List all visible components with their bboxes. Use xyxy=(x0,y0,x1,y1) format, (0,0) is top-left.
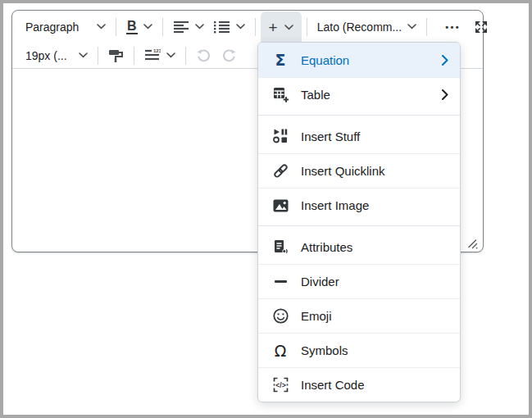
ellipsis-icon: ••• xyxy=(442,22,464,32)
chevron-right-icon xyxy=(442,55,448,66)
numbered-list-icon: 123 xyxy=(144,48,161,62)
insert-menu-button[interactable]: + xyxy=(261,11,302,43)
menu-item-equation[interactable]: Σ Equation xyxy=(258,43,460,77)
redo-button[interactable] xyxy=(216,43,242,68)
menu-item-insert-quicklink[interactable]: Insert Quicklink xyxy=(258,153,460,188)
plus-icon: + xyxy=(269,20,278,35)
menu-item-insert-image[interactable]: Insert Image xyxy=(258,188,460,222)
toolbar-row-1: Paragraph B xyxy=(12,11,483,43)
menu-item-label: Insert Image xyxy=(301,198,448,212)
sigma-icon: Σ xyxy=(271,51,289,69)
quicklink-icon xyxy=(271,163,289,179)
divider-icon xyxy=(271,280,289,283)
toolbar-divider xyxy=(426,18,427,36)
toolbar-divider xyxy=(185,47,186,65)
emoji-icon xyxy=(271,308,289,324)
bold-icon: B xyxy=(126,20,138,34)
menu-item-insert-stuff[interactable]: Insert Stuff xyxy=(258,119,460,153)
toolbar-divider xyxy=(307,18,307,36)
paint-roller-icon xyxy=(108,48,124,63)
omega-icon: Ω xyxy=(271,342,289,360)
font-size-dropdown[interactable]: 19px (... xyxy=(20,43,93,68)
fullscreen-button[interactable] xyxy=(469,15,493,39)
font-family-label: Lato (Recomm... xyxy=(317,20,402,34)
toolbar-overflow-button[interactable]: ••• xyxy=(437,15,469,39)
fullscreen-icon xyxy=(474,20,489,34)
menu-item-attributes[interactable]: Attributes xyxy=(258,229,460,264)
undo-icon xyxy=(196,48,211,63)
chevron-down-icon xyxy=(195,24,204,30)
undo-button[interactable] xyxy=(191,43,216,68)
chevron-right-icon xyxy=(442,89,448,100)
code-icon: </> xyxy=(271,377,289,393)
svg-text:</>: </> xyxy=(275,381,285,389)
menu-item-emoji[interactable]: Emoji xyxy=(258,298,460,333)
menu-item-label: Divider xyxy=(301,275,448,289)
insert-dropdown-menu: Σ Equation Table Insert Stuff xyxy=(257,42,461,402)
bullet-list-icon xyxy=(214,20,230,34)
toolbar-divider xyxy=(162,18,163,36)
menu-item-label: Insert Code xyxy=(301,378,448,392)
menu-item-insert-code[interactable]: </> Insert Code xyxy=(258,367,460,402)
toolbar-divider xyxy=(134,47,134,65)
align-dropdown[interactable] xyxy=(168,15,209,39)
numbered-list-dropdown[interactable]: 123 xyxy=(139,43,180,68)
svg-text:123: 123 xyxy=(153,48,161,53)
menu-item-label: Insert Quicklink xyxy=(301,164,448,178)
bold-dropdown[interactable]: B xyxy=(121,15,157,39)
menu-item-label: Symbols xyxy=(301,343,448,357)
menu-item-label: Emoji xyxy=(301,309,448,323)
list-dropdown[interactable] xyxy=(209,15,250,39)
chevron-down-icon xyxy=(97,24,106,30)
menu-item-label: Attributes xyxy=(301,240,448,254)
toolbar-divider xyxy=(98,47,98,65)
menu-group-insert-media: Insert Stuff Insert Quicklink Insert Ima… xyxy=(258,115,460,222)
toolbar-divider xyxy=(116,18,116,36)
chevron-down-icon xyxy=(407,24,416,30)
chevron-down-icon xyxy=(143,24,152,30)
font-family-dropdown[interactable]: Lato (Recomm... xyxy=(312,15,421,39)
paragraph-style-dropdown[interactable]: Paragraph xyxy=(20,15,111,39)
menu-group-equation-table: Σ Equation Table xyxy=(258,43,460,111)
table-icon xyxy=(271,87,289,102)
attributes-icon xyxy=(271,239,289,255)
menu-item-divider[interactable]: Divider xyxy=(258,264,460,298)
menu-item-label: Table xyxy=(301,88,430,102)
align-left-icon xyxy=(173,20,189,34)
menu-group-misc: Attributes Divider Emoji Ω Symbols </> xyxy=(258,225,460,402)
chevron-down-icon xyxy=(236,24,245,30)
image-icon xyxy=(271,199,289,212)
insert-stuff-icon xyxy=(271,129,289,143)
menu-item-table[interactable]: Table xyxy=(258,77,460,111)
chevron-down-icon xyxy=(166,52,175,58)
format-painter-button[interactable] xyxy=(103,43,129,68)
menu-item-label: Equation xyxy=(301,53,430,67)
redo-icon xyxy=(221,48,237,63)
screenshot-frame: Paragraph B xyxy=(0,0,532,418)
menu-item-symbols[interactable]: Ω Symbols xyxy=(258,333,460,367)
font-size-label: 19px (... xyxy=(25,49,67,62)
resize-handle[interactable] xyxy=(467,239,478,249)
menu-item-label: Insert Stuff xyxy=(301,129,448,143)
toolbar-divider xyxy=(255,18,256,36)
chevron-down-icon xyxy=(284,25,293,30)
paragraph-style-label: Paragraph xyxy=(25,20,79,34)
chevron-down-icon xyxy=(79,52,88,58)
